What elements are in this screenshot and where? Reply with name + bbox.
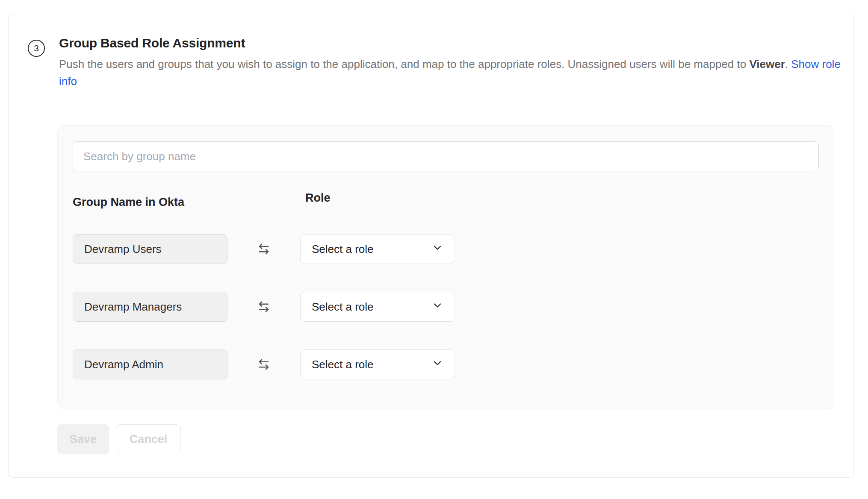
swap-horizontal-icon — [227, 300, 300, 313]
role-select-value: Select a role — [312, 243, 374, 256]
form-actions: Save Cancel — [57, 424, 834, 454]
cancel-button[interactable]: Cancel — [116, 424, 181, 454]
role-select[interactable]: Select a role — [300, 292, 454, 322]
section-description: Push the users and groups that you wish … — [59, 56, 842, 90]
swap-horizontal-icon — [227, 243, 300, 255]
group-name-box: Devramp Users — [73, 234, 227, 264]
mapping-column-headers: Group Name in Okta Role — [73, 195, 819, 209]
section-header: 3 Group Based Role Assignment Push the u… — [28, 34, 834, 90]
save-button[interactable]: Save — [57, 424, 109, 454]
description-text: Push the users and groups that you wish … — [59, 58, 749, 70]
chevron-down-icon — [431, 357, 443, 372]
group-name-box: Devramp Admin — [73, 349, 227, 379]
role-select-value: Select a role — [312, 300, 374, 314]
role-select[interactable]: Select a role — [300, 349, 454, 379]
column-header-role: Role — [300, 191, 454, 205]
group-search-input[interactable] — [73, 141, 819, 171]
description-period: . — [785, 58, 791, 70]
group-mapping-panel: Group Name in Okta Role Devramp Users Se… — [57, 125, 834, 409]
step-number-badge: 3 — [28, 40, 45, 57]
group-name-box: Devramp Managers — [73, 292, 227, 322]
viewer-role-emphasis: Viewer — [749, 58, 785, 70]
column-header-group-name: Group Name in Okta — [73, 196, 227, 209]
chevron-down-icon — [431, 299, 443, 314]
group-role-assignment-card: 3 Group Based Role Assignment Push the u… — [8, 13, 854, 478]
chevron-down-icon — [431, 242, 443, 257]
group-mapping-row: Devramp Users Select a role — [73, 234, 819, 264]
swap-horizontal-icon — [227, 358, 300, 371]
role-select[interactable]: Select a role — [300, 234, 454, 264]
role-select-value: Select a role — [312, 358, 374, 371]
group-mapping-row: Devramp Managers Select a role — [73, 292, 819, 322]
section-title: Group Based Role Assignment — [59, 34, 842, 53]
group-mapping-row: Devramp Admin Select a role — [73, 349, 819, 379]
